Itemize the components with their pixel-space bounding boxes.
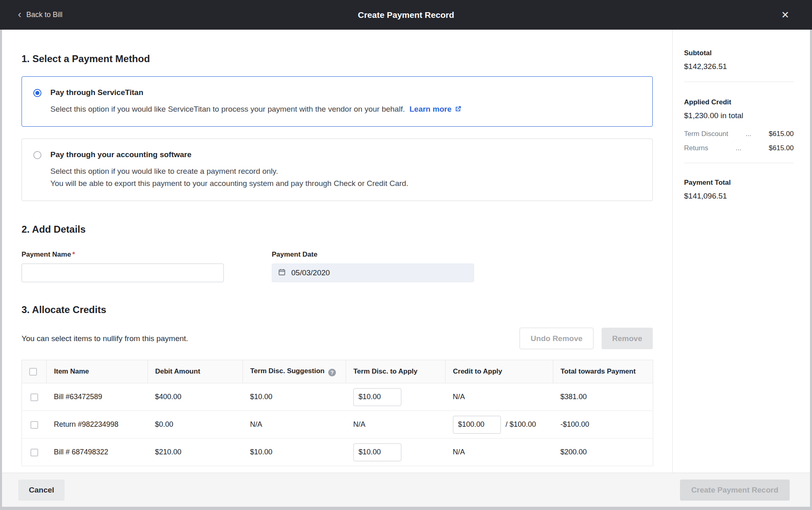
option-description-line1: Select this option if you would like to … bbox=[50, 165, 408, 177]
col-term-disc-suggestion: Term Disc. Suggestion? bbox=[243, 360, 346, 383]
applied-credit-value: $1,230.00 in total bbox=[684, 111, 794, 120]
credit-max-label: / $100.00 bbox=[506, 420, 536, 429]
credit-line-label: Term Discount bbox=[684, 130, 728, 138]
term-disc-to-apply-input[interactable] bbox=[353, 443, 401, 461]
payment-total-value: $141,096.51 bbox=[684, 192, 794, 201]
allocate-credits-heading: 3. Allocate Credits bbox=[22, 304, 653, 316]
radio-accounting-software[interactable] bbox=[33, 151, 41, 159]
payment-summary-panel: Subtotal $142,326.51 Applied Credit $1,2… bbox=[672, 30, 810, 473]
table-row-bill-687498322: Bill # 687498322 $210.00 $10.00 N/A $200… bbox=[22, 439, 653, 466]
row-checkbox[interactable] bbox=[30, 421, 38, 429]
payment-date-label: Payment Date bbox=[272, 251, 474, 259]
payment-total-label: Payment Total bbox=[684, 179, 794, 187]
option-description-text: Select this option if you would like Ser… bbox=[50, 105, 405, 113]
allocate-hint: You can select items to nullify from thi… bbox=[22, 334, 188, 343]
payment-date-field-group: Payment Date 05/03/2020 bbox=[272, 251, 474, 282]
divider bbox=[684, 163, 794, 163]
remove-button[interactable]: Remove bbox=[602, 328, 653, 349]
credit-line-term-discount: Term Discount ... $615.00 bbox=[684, 130, 794, 138]
learn-more-link[interactable]: Learn more bbox=[409, 103, 462, 115]
debit-amount-cell: $210.00 bbox=[148, 439, 243, 466]
topbar: ‹ Back to Bill Create Payment Record ✕ bbox=[0, 0, 812, 30]
term-disc-suggestion-cell: $10.00 bbox=[243, 383, 346, 411]
option-description: Select this option if you would like Ser… bbox=[50, 103, 462, 115]
debit-amount-cell: $400.00 bbox=[148, 383, 243, 411]
modal-footer: Cancel Create Payment Record bbox=[2, 473, 810, 507]
close-icon[interactable]: ✕ bbox=[781, 9, 789, 21]
create-payment-record-modal: ‹ Back to Bill Create Payment Record ✕ 1… bbox=[0, 0, 812, 510]
payment-option-servicetitan[interactable]: Pay through ServiceTitan Select this opt… bbox=[22, 76, 653, 127]
col-total-towards-payment: Total towards Payment bbox=[553, 360, 653, 383]
required-asterisk: * bbox=[72, 251, 75, 258]
debit-amount-cell: $0.00 bbox=[148, 411, 243, 439]
cancel-button[interactable]: Cancel bbox=[18, 480, 65, 501]
payment-option-accounting-software[interactable]: Pay through your accounting software Sel… bbox=[22, 138, 653, 201]
learn-more-label: Learn more bbox=[409, 103, 451, 115]
create-payment-record-button[interactable]: Create Payment Record bbox=[680, 480, 790, 501]
main-content: 1. Select a Payment Method Pay through S… bbox=[2, 30, 672, 473]
payment-date-input[interactable]: 05/03/2020 bbox=[272, 264, 474, 282]
payment-name-label: Payment Name* bbox=[22, 251, 224, 259]
ellipsis: ... bbox=[708, 144, 769, 152]
divider bbox=[684, 82, 794, 82]
ellipsis: ... bbox=[728, 130, 769, 138]
item-name-cell: Bill # 687498322 bbox=[47, 439, 148, 466]
col-debit-amount: Debit Amount bbox=[148, 360, 243, 383]
allocate-credits-table: Item Name Debit Amount Term Disc. Sugges… bbox=[22, 360, 653, 466]
payment-date-value: 05/03/2020 bbox=[291, 268, 330, 277]
add-details-heading: 2. Add Details bbox=[22, 224, 653, 235]
subtotal-value: $142,326.51 bbox=[684, 62, 794, 71]
payment-name-label-text: Payment Name bbox=[22, 251, 71, 258]
credit-line-value: $615.00 bbox=[769, 144, 794, 152]
col-term-disc-to-apply: Term Disc. to Apply bbox=[346, 360, 446, 383]
term-disc-to-apply-input[interactable] bbox=[353, 388, 401, 406]
help-icon[interactable]: ? bbox=[328, 369, 336, 376]
term-disc-suggestion-cell: $10.00 bbox=[243, 439, 346, 466]
table-header-row: Item Name Debit Amount Term Disc. Sugges… bbox=[22, 360, 653, 383]
undo-remove-button[interactable]: Undo Remove bbox=[520, 328, 593, 349]
credit-to-apply-cell: N/A bbox=[446, 383, 553, 411]
col-item-name: Item Name bbox=[47, 360, 148, 383]
calendar-icon bbox=[278, 268, 286, 278]
total-cell: $200.00 bbox=[553, 439, 653, 466]
col-term-disc-suggestion-label: Term Disc. Suggestion bbox=[250, 367, 325, 375]
external-link-icon bbox=[454, 105, 462, 113]
term-disc-to-apply-cell: N/A bbox=[346, 411, 446, 439]
chevron-left-icon: ‹ bbox=[18, 9, 22, 19]
option-label: Pay through ServiceTitan bbox=[50, 88, 462, 97]
payment-name-field-group: Payment Name* bbox=[22, 251, 224, 282]
row-checkbox[interactable] bbox=[30, 393, 38, 401]
back-to-bill-label: Back to Bill bbox=[26, 11, 63, 19]
select-all-checkbox[interactable] bbox=[29, 368, 37, 376]
option-description-line2: You will be able to export this payment … bbox=[50, 177, 408, 189]
credit-line-returns: Returns ... $615.00 bbox=[684, 144, 794, 152]
payment-name-input[interactable] bbox=[22, 264, 224, 282]
applied-credit-label: Applied Credit bbox=[684, 98, 794, 106]
back-to-bill-link[interactable]: ‹ Back to Bill bbox=[18, 10, 63, 20]
credit-to-apply-input[interactable] bbox=[453, 416, 501, 434]
credit-to-apply-cell: / $100.00 bbox=[446, 411, 553, 439]
term-disc-suggestion-cell: N/A bbox=[243, 411, 346, 439]
credit-line-label: Returns bbox=[684, 144, 708, 152]
modal-frame: 1. Select a Payment Method Pay through S… bbox=[2, 30, 810, 507]
item-name-cell: Bill #63472589 bbox=[47, 383, 148, 411]
credit-line-value: $615.00 bbox=[769, 130, 794, 138]
subtotal-label: Subtotal bbox=[684, 49, 794, 57]
option-label: Pay through your accounting software bbox=[50, 150, 408, 159]
total-cell: -$100.00 bbox=[553, 411, 653, 439]
table-row-return-982234998: Return #982234998 $0.00 N/A N/A / $100.0… bbox=[22, 411, 653, 439]
col-credit-to-apply: Credit to Apply bbox=[446, 360, 553, 383]
radio-servicetitan[interactable] bbox=[33, 89, 41, 97]
item-name-cell: Return #982234998 bbox=[47, 411, 148, 439]
total-cell: $381.00 bbox=[553, 383, 653, 411]
option-description: Select this option if you would like to … bbox=[50, 165, 408, 189]
credit-to-apply-cell: N/A bbox=[446, 439, 553, 466]
row-checkbox[interactable] bbox=[30, 449, 38, 456]
payment-method-heading: 1. Select a Payment Method bbox=[22, 53, 653, 65]
page-title: Create Payment Record bbox=[0, 10, 812, 20]
table-row-bill-63472589: Bill #63472589 $400.00 $10.00 N/A $381.0… bbox=[22, 383, 653, 411]
